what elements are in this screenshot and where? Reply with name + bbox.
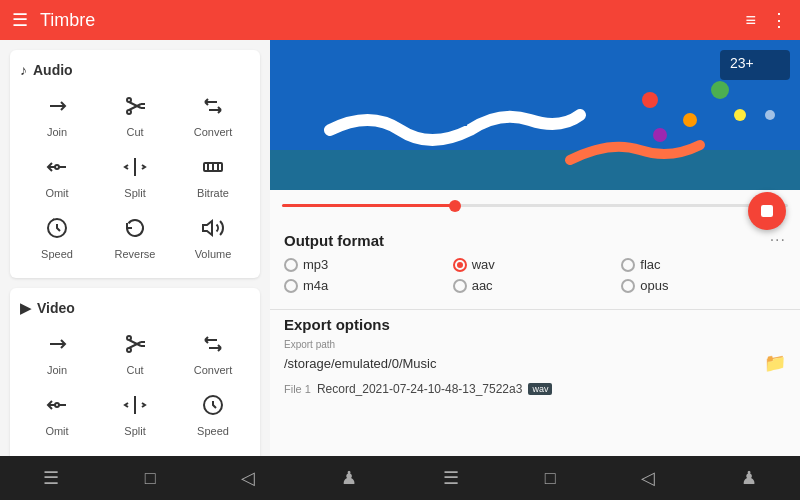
join-icon — [45, 94, 69, 122]
audio-split[interactable]: Split — [98, 151, 172, 204]
bottom-nav: ☰ □ ◁ ♟ ☰ □ ◁ ♟ — [0, 456, 800, 500]
main-content: ♪ Audio Join — [0, 40, 800, 456]
svg-point-6 — [55, 165, 59, 169]
export-path-row: /storage/emulated/0/Music 📁 — [284, 352, 786, 374]
video-section: ▶ Video Join — [10, 288, 260, 456]
file-label: File 1 — [284, 383, 311, 395]
cut-icon — [123, 94, 147, 122]
audio-section: ♪ Audio Join — [10, 50, 260, 278]
format-wav-label: wav — [472, 257, 495, 272]
audio-convert[interactable]: Convert — [176, 90, 250, 143]
output-format-header: Output format ··· — [284, 231, 786, 249]
volume-label: Volume — [195, 248, 232, 261]
svg-point-35 — [653, 128, 667, 142]
nav-menu2-icon[interactable]: ☰ — [443, 467, 459, 489]
format-m4a[interactable]: m4a — [284, 278, 449, 293]
more-icon[interactable]: ⋮ — [770, 9, 788, 31]
bitrate-icon — [201, 155, 225, 183]
audio-speed[interactable]: Speed — [20, 212, 94, 265]
format-m4a-label: m4a — [303, 278, 328, 293]
record-fab[interactable] — [748, 192, 786, 230]
output-format-panel: Output format ··· mp3 wav flac — [270, 221, 800, 303]
radio-opus[interactable] — [621, 279, 635, 293]
svg-marker-13 — [203, 221, 212, 235]
top-bar: ☰ Timbre ≡ ⋮ — [0, 0, 800, 40]
format-aac-label: aac — [472, 278, 493, 293]
hamburger-icon[interactable]: ☰ — [12, 9, 28, 31]
vspeed-icon — [201, 393, 225, 421]
speed-icon — [45, 216, 69, 244]
vjoin-icon — [45, 332, 69, 360]
convert-icon — [201, 94, 225, 122]
folder-icon[interactable]: 📁 — [764, 352, 786, 374]
format-mp3[interactable]: mp3 — [284, 257, 449, 272]
radio-flac[interactable] — [621, 258, 635, 272]
join-label: Join — [47, 126, 67, 139]
export-path-label: Export path — [284, 339, 786, 350]
svg-point-15 — [127, 348, 131, 352]
radio-aac[interactable] — [453, 279, 467, 293]
radio-mp3[interactable] — [284, 258, 298, 272]
nav-back-icon[interactable]: ◁ — [241, 467, 255, 489]
audio-reverse[interactable]: Reverse — [98, 212, 172, 265]
app-title: Timbre — [40, 10, 95, 31]
video-preview: 23+ — [270, 40, 800, 190]
video-join[interactable]: Join — [20, 328, 94, 381]
output-format-title: Output format — [284, 232, 384, 249]
video-cut[interactable]: Cut — [98, 328, 172, 381]
progress-thumb[interactable] — [449, 200, 461, 212]
audio-volume[interactable]: Volume — [176, 212, 250, 265]
radio-m4a[interactable] — [284, 279, 298, 293]
format-flac[interactable]: flac — [621, 257, 786, 272]
audio-section-title: ♪ Audio — [20, 62, 250, 78]
svg-point-33 — [711, 81, 729, 99]
vomit-icon — [45, 393, 69, 421]
omit-icon — [45, 155, 69, 183]
vomit-label: Omit — [45, 425, 68, 438]
radio-wav[interactable] — [453, 258, 467, 272]
audio-omit[interactable]: Omit — [20, 151, 94, 204]
vconvert-icon — [201, 332, 225, 360]
export-options-section: Export options Export path /storage/emul… — [270, 316, 800, 406]
reverse-label: Reverse — [115, 248, 156, 261]
format-opus-label: opus — [640, 278, 668, 293]
audio-join[interactable]: Join — [20, 90, 94, 143]
svg-point-14 — [127, 336, 131, 340]
vconvert-label: Convert — [194, 364, 233, 377]
split-icon — [123, 155, 147, 183]
svg-rect-30 — [270, 150, 800, 190]
nav-home2-icon[interactable]: □ — [545, 468, 556, 489]
format-options: mp3 wav flac m4a aac — [284, 257, 786, 293]
nav-back2-icon[interactable]: ◁ — [641, 467, 655, 489]
video-split[interactable]: Split — [98, 389, 172, 442]
divider — [270, 309, 800, 310]
file-ext-badge: wav — [528, 383, 552, 395]
audio-bitrate[interactable]: Bitrate — [176, 151, 250, 204]
list-icon[interactable]: ≡ — [745, 10, 756, 31]
file-row: File 1 Record_2021-07-24-10-48-13_7522a3… — [284, 382, 786, 396]
nav-person-icon[interactable]: ♟ — [341, 467, 357, 489]
top-bar-left: ☰ Timbre — [12, 9, 95, 31]
progress-track[interactable] — [282, 204, 788, 207]
output-format-more[interactable]: ··· — [770, 231, 786, 249]
svg-point-20 — [55, 403, 59, 407]
svg-text:23+: 23+ — [730, 55, 754, 71]
split-label: Split — [124, 187, 145, 200]
nav-menu-icon[interactable]: ☰ — [43, 467, 59, 489]
format-mp3-label: mp3 — [303, 257, 328, 272]
convert-label: Convert — [194, 126, 233, 139]
audio-tools-grid: Join Cut — [20, 90, 250, 266]
nav-home-icon[interactable]: □ — [145, 468, 156, 489]
video-speed[interactable]: Speed — [176, 389, 250, 442]
nav-person2-icon[interactable]: ♟ — [741, 467, 757, 489]
left-panel: ♪ Audio Join — [0, 40, 270, 456]
vjoin-label: Join — [47, 364, 67, 377]
format-aac[interactable]: aac — [453, 278, 618, 293]
audio-cut[interactable]: Cut — [98, 90, 172, 143]
format-opus[interactable]: opus — [621, 278, 786, 293]
video-omit[interactable]: Omit — [20, 389, 94, 442]
video-convert[interactable]: Convert — [176, 328, 250, 381]
svg-point-1 — [127, 110, 131, 114]
format-wav[interactable]: wav — [453, 257, 618, 272]
vsplit-label: Split — [124, 425, 145, 438]
